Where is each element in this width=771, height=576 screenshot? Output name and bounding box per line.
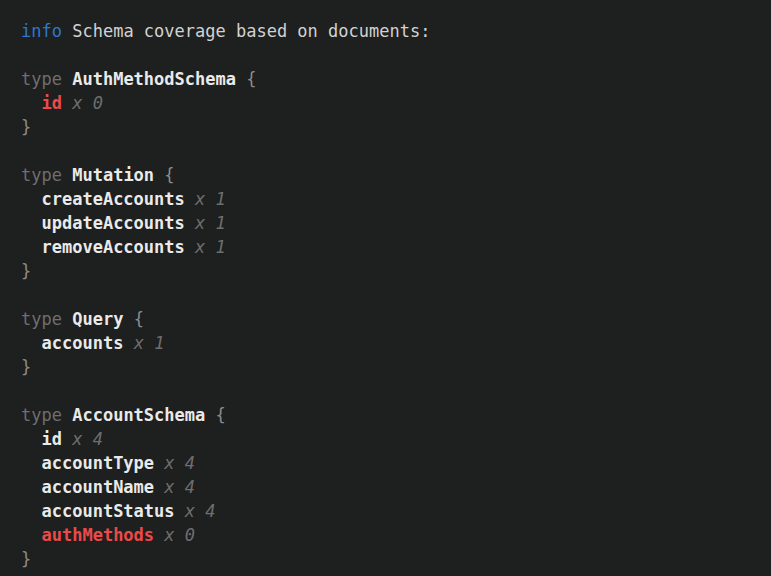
- type-close-line: }: [21, 355, 761, 379]
- blank-line: [21, 43, 761, 67]
- usage-count: x 1: [195, 237, 226, 257]
- field-name: accounts: [41, 333, 123, 353]
- type-name: Mutation: [72, 165, 154, 185]
- field-line: id x 0: [21, 91, 761, 115]
- usage-count: x 4: [185, 501, 216, 521]
- count-value: 4: [205, 501, 215, 521]
- field-name: accountType: [41, 453, 154, 473]
- times-glyph: x: [164, 477, 174, 497]
- usage-count: x 4: [164, 453, 195, 473]
- open-brace: {: [216, 405, 226, 425]
- type-close-line: }: [21, 547, 761, 571]
- close-brace: }: [21, 117, 31, 137]
- count-value: 1: [216, 189, 226, 209]
- close-brace: }: [21, 261, 31, 281]
- type-close-line: }: [21, 259, 761, 283]
- count-value: 0: [93, 93, 103, 113]
- field-line: authMethods x 0: [21, 523, 761, 547]
- log-level-info-label: info: [21, 21, 62, 41]
- times-glyph: x: [134, 333, 144, 353]
- count-value: 1: [216, 237, 226, 257]
- type-open-line: type AccountSchema {: [21, 403, 761, 427]
- usage-count: x 0: [164, 525, 195, 545]
- field-name: removeAccounts: [41, 237, 184, 257]
- open-brace: {: [164, 165, 174, 185]
- terminal-output: info Schema coverage based on documents:…: [0, 0, 771, 576]
- times-glyph: x: [72, 93, 82, 113]
- type-open-line: type AuthMethodSchema {: [21, 67, 761, 91]
- usage-count: x 1: [195, 213, 226, 233]
- coverage-header-message: Schema coverage based on documents:: [72, 21, 430, 41]
- field-name: id: [41, 429, 61, 449]
- usage-count: x 1: [195, 189, 226, 209]
- field-name: createAccounts: [41, 189, 184, 209]
- blank-line: [21, 379, 761, 403]
- count-value: 4: [185, 477, 195, 497]
- count-value: 4: [185, 453, 195, 473]
- field-line: accountStatus x 4: [21, 499, 761, 523]
- times-glyph: x: [195, 213, 205, 233]
- type-name: Query: [72, 309, 123, 329]
- usage-count: x 4: [72, 429, 103, 449]
- times-glyph: x: [164, 453, 174, 473]
- type-keyword: type: [21, 405, 62, 425]
- field-line: accountName x 4: [21, 475, 761, 499]
- field-name: accountStatus: [41, 501, 174, 521]
- type-close-line: }: [21, 115, 761, 139]
- type-keyword: type: [21, 309, 62, 329]
- field-line: updateAccounts x 1: [21, 211, 761, 235]
- usage-count: x 0: [72, 93, 103, 113]
- type-keyword: type: [21, 165, 62, 185]
- field-name: accountName: [41, 477, 154, 497]
- usage-count: x 4: [164, 477, 195, 497]
- usage-count: x 1: [134, 333, 165, 353]
- field-name: authMethods: [41, 525, 154, 545]
- count-value: 4: [93, 429, 103, 449]
- times-glyph: x: [164, 525, 174, 545]
- type-keyword: type: [21, 69, 62, 89]
- type-name: AccountSchema: [72, 405, 205, 425]
- field-line: removeAccounts x 1: [21, 235, 761, 259]
- blank-line: [21, 283, 761, 307]
- count-value: 1: [154, 333, 164, 353]
- field-name: id: [41, 93, 61, 113]
- field-line: accounts x 1: [21, 331, 761, 355]
- coverage-header-line: info Schema coverage based on documents:: [21, 19, 761, 43]
- field-line: id x 4: [21, 427, 761, 451]
- times-glyph: x: [72, 429, 82, 449]
- times-glyph: x: [195, 237, 205, 257]
- blank-line: [21, 139, 761, 163]
- times-glyph: x: [195, 189, 205, 209]
- type-name: AuthMethodSchema: [72, 69, 236, 89]
- field-name: updateAccounts: [41, 213, 184, 233]
- open-brace: {: [246, 69, 256, 89]
- type-open-line: type Query {: [21, 307, 761, 331]
- field-line: createAccounts x 1: [21, 187, 761, 211]
- close-brace: }: [21, 549, 31, 569]
- times-glyph: x: [185, 501, 195, 521]
- type-open-line: type Mutation {: [21, 163, 761, 187]
- count-value: 1: [216, 213, 226, 233]
- field-line: accountType x 4: [21, 451, 761, 475]
- open-brace: {: [134, 309, 144, 329]
- close-brace: }: [21, 357, 31, 377]
- count-value: 0: [185, 525, 195, 545]
